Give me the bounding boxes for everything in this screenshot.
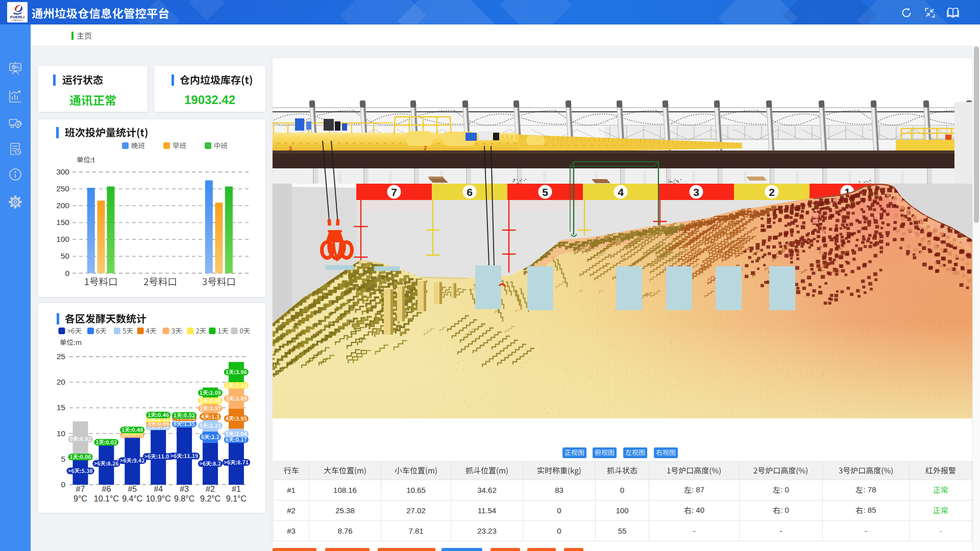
svg-text:250: 250 <box>56 184 69 193</box>
svg-text:#3: #3 <box>180 485 189 493</box>
svg-text:100: 100 <box>56 235 69 243</box>
svg-text:#7: #7 <box>76 485 85 493</box>
svg-text:0: 0 <box>61 480 65 489</box>
svg-text:2: 2 <box>769 186 775 198</box>
svg-text:2: 2 <box>424 145 427 151</box>
svg-text:20: 20 <box>57 378 66 386</box>
svg-text:7: 7 <box>391 186 397 198</box>
svg-text:9°C: 9°C <box>74 494 87 503</box>
svg-text:10: 10 <box>57 429 66 438</box>
svg-text:9.2°C: 9.2°C <box>200 494 220 503</box>
svg-text:0: 0 <box>65 269 69 278</box>
svg-text:25: 25 <box>57 352 65 361</box>
svg-text:10.9°C: 10.9°C <box>146 494 171 503</box>
svg-text:6: 6 <box>467 186 473 198</box>
svg-text:300: 300 <box>56 167 69 176</box>
svg-text:50: 50 <box>61 252 70 260</box>
svg-text:#1: #1 <box>232 485 241 493</box>
svg-text:9.1°C: 9.1°C <box>226 494 247 503</box>
svg-text:5: 5 <box>61 455 65 463</box>
svg-text:9.4°C: 9.4°C <box>122 494 142 503</box>
svg-text:#2: #2 <box>206 485 215 493</box>
svg-text:#6: #6 <box>102 485 111 493</box>
svg-text:9.8°C: 9.8°C <box>174 494 194 503</box>
svg-text:15: 15 <box>57 403 65 412</box>
svg-text:4: 4 <box>618 186 624 198</box>
svg-text:10.1°C: 10.1°C <box>94 494 119 503</box>
svg-text:5: 5 <box>542 186 548 198</box>
svg-text:200: 200 <box>56 201 69 210</box>
svg-text:150: 150 <box>56 218 69 227</box>
svg-text:FUERLI: FUERLI <box>10 15 24 19</box>
svg-text:#4: #4 <box>154 485 163 493</box>
svg-text:#5: #5 <box>128 485 137 493</box>
svg-text:3: 3 <box>693 186 699 198</box>
